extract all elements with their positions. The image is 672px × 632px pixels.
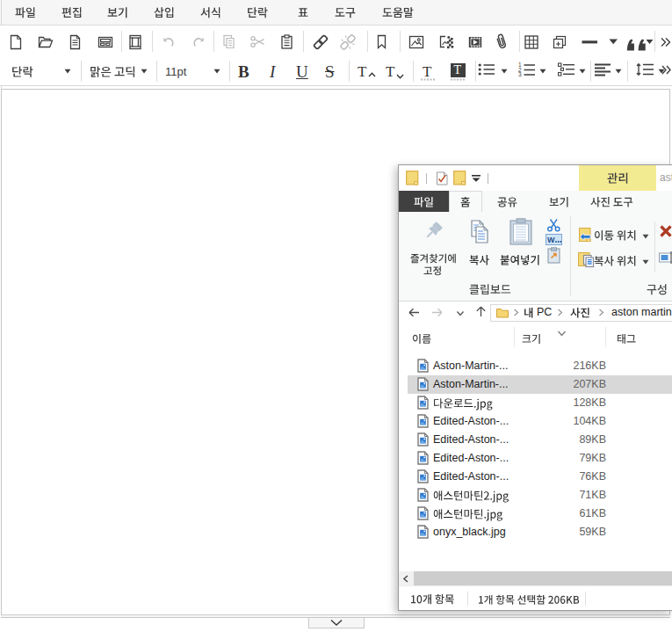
svg-text:3: 3 [518,71,522,76]
svg-text:W: W [547,236,555,244]
